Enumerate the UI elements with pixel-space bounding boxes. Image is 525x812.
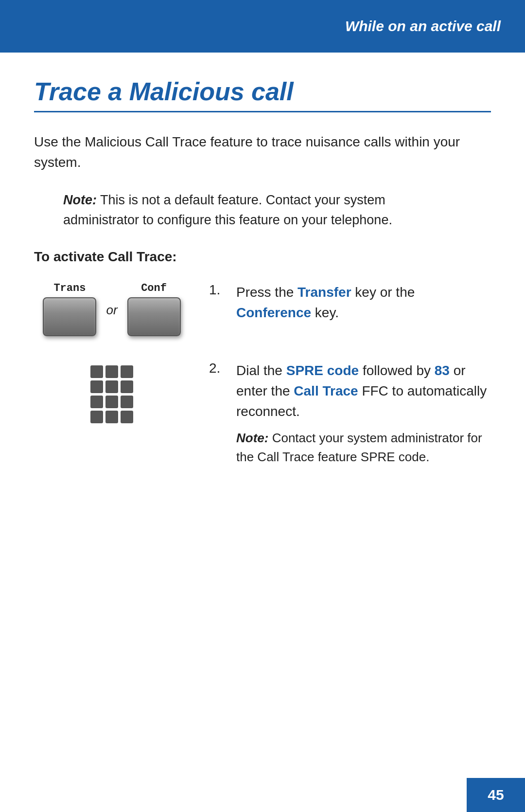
step-row-1: Trans or Conf 1. Press the Transfer key …: [34, 282, 491, 336]
intro-text: Use the Malicious Call Trace feature to …: [34, 132, 491, 173]
key-5: [105, 380, 118, 393]
step-row-2: 2. Dial the SPRE code followed by 83 or …: [34, 361, 491, 467]
step-2-text-area: 2. Dial the SPRE code followed by 83 or …: [209, 361, 491, 467]
key-12: [121, 411, 133, 423]
page-title: Trace a Malicious call: [34, 77, 491, 112]
header-title: While on an active call: [345, 18, 501, 35]
header-bar: While on an active call: [0, 0, 525, 53]
trans-button-icon: [43, 297, 96, 336]
step-1-number: 1.: [209, 282, 228, 298]
activate-heading: To activate Call Trace:: [34, 249, 491, 265]
keypad-grid: [90, 365, 133, 423]
key-2: [105, 365, 118, 378]
main-content: Trace a Malicious call Use the Malicious…: [0, 53, 525, 505]
conf-btn-group: Conf: [127, 282, 181, 336]
step-2-text: Dial the SPRE code followed by 83 or ent…: [236, 361, 491, 467]
step-1-text: Press the Transfer key or the Conference…: [236, 282, 491, 323]
step-1-text-area: 1. Press the Transfer key or the Confere…: [209, 282, 491, 323]
step-1-visual: Trans or Conf: [34, 282, 190, 336]
step-2-visual: [34, 361, 190, 423]
step-2-note-label: Note:: [236, 431, 268, 445]
step-2-number: 2.: [209, 361, 228, 376]
footer-page-number: 45: [467, 778, 525, 812]
call-trace-highlight: Call Trace: [294, 383, 358, 398]
key-4: [90, 380, 103, 393]
key-7: [90, 396, 103, 408]
conference-highlight: Conference: [236, 305, 311, 320]
trans-btn-group: Trans: [43, 282, 96, 336]
key-8: [105, 396, 118, 408]
83-highlight: 83: [435, 363, 450, 378]
or-label: or: [106, 303, 117, 331]
note-box-1: Note: This is not a default feature. Con…: [63, 190, 462, 230]
conf-button-icon: [127, 297, 181, 336]
key-9: [121, 396, 133, 408]
key-1: [90, 365, 103, 378]
conf-label: Conf: [141, 282, 167, 294]
note-label-1: Note:: [63, 193, 97, 207]
spre-code-highlight: SPRE code: [286, 363, 359, 378]
note-text-1: This is not a default feature. Contact y…: [63, 193, 392, 227]
transfer-highlight: Transfer: [298, 285, 351, 300]
trans-label: Trans: [53, 282, 86, 294]
key-3: [121, 365, 133, 378]
step-2-note: Note: Contact your system administrator …: [236, 429, 491, 467]
key-10: [90, 411, 103, 423]
key-11: [105, 411, 118, 423]
phone-buttons-row: Trans or Conf: [43, 282, 180, 336]
steps-container: Trans or Conf 1. Press the Transfer key …: [34, 282, 491, 467]
key-6: [121, 380, 133, 393]
